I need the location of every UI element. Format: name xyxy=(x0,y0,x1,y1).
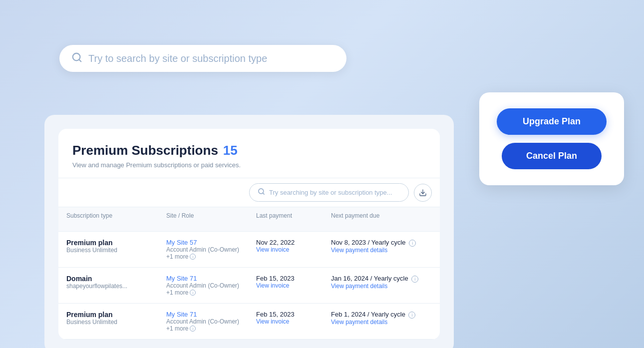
right-panel: Upgrade Plan Cancel Plan xyxy=(479,92,624,185)
payment-date: Feb 15, 2023 xyxy=(256,311,331,318)
site-name[interactable]: My Site 71 xyxy=(166,311,256,318)
site-role-cell: My Site 71 Account Admin (Co-Owner) +1 m… xyxy=(166,275,256,296)
site-role-cell: My Site 71 Account Admin (Co-Owner) +1 m… xyxy=(166,311,256,332)
subscriptions-panel: Premium Subscriptions 15 View and manage… xyxy=(58,129,440,340)
payment-date: Nov 22, 2022 xyxy=(256,239,331,246)
main-panel: Premium Subscriptions 15 View and manage… xyxy=(44,115,454,348)
last-payment-cell: Feb 15, 2023 View invoice xyxy=(256,311,331,325)
panel-subtitle: View and manage Premium subscriptions or… xyxy=(72,161,426,169)
sub-type-cell: Premium plan Business Unlimited xyxy=(66,239,166,254)
view-invoice-link[interactable]: View invoice xyxy=(256,246,331,253)
site-role: Account Admin (Co-Owner) xyxy=(166,318,256,325)
col-site-role: Site / Role xyxy=(166,212,256,226)
panel-header: Premium Subscriptions 15 View and manage… xyxy=(58,129,440,178)
next-payment-info-icon: i xyxy=(408,312,415,319)
table-row: Domain shapeyourflowpilates... My Site 7… xyxy=(58,268,440,304)
site-name[interactable]: My Site 57 xyxy=(166,239,256,246)
payment-date: Feb 15, 2023 xyxy=(256,275,331,282)
table-row: Premium plan Business Unlimited My Site … xyxy=(58,304,440,340)
next-payment-info-icon: i xyxy=(409,240,416,247)
svg-line-3 xyxy=(263,193,264,194)
next-payment-info-icon: i xyxy=(411,276,418,283)
inner-search-container xyxy=(58,178,440,207)
upgrade-plan-button[interactable]: Upgrade Plan xyxy=(497,108,607,135)
site-more: +1 more i xyxy=(166,325,256,332)
col-last-payment: Last payment xyxy=(256,212,331,226)
view-payment-link[interactable]: View payment details xyxy=(331,319,440,326)
sub-type-plan: Business Unlimited xyxy=(66,247,166,254)
last-payment-cell: Nov 22, 2022 View invoice xyxy=(256,239,331,253)
site-role: Account Admin (Co-Owner) xyxy=(166,246,256,253)
next-payment-text: Nov 8, 2023 / Yearly cycle i xyxy=(331,239,440,247)
sub-type-name: Domain xyxy=(66,275,166,283)
sub-type-cell: Premium plan Business Unlimited xyxy=(66,311,166,326)
panel-title-text: Premium Subscriptions xyxy=(72,143,218,158)
main-search-bar[interactable] xyxy=(59,45,346,72)
search-input[interactable] xyxy=(88,53,334,64)
next-payment-text: Feb 1, 2024 / Yearly cycle i xyxy=(331,311,440,319)
site-name[interactable]: My Site 71 xyxy=(166,275,256,282)
svg-line-1 xyxy=(79,59,81,61)
col-next-payment: Next payment due xyxy=(331,212,440,226)
last-payment-cell: Feb 15, 2023 View invoice xyxy=(256,275,331,289)
info-icon: i xyxy=(190,290,196,296)
info-icon: i xyxy=(190,326,196,332)
main-search-container xyxy=(59,45,346,72)
inner-search-bar[interactable] xyxy=(249,183,409,202)
view-invoice-link[interactable]: View invoice xyxy=(256,282,331,289)
next-payment-cell: Feb 1, 2024 / Yearly cycle i View paymen… xyxy=(331,311,440,326)
table-header: Subscription type Site / Role Last payme… xyxy=(58,207,440,232)
site-role-cell: My Site 57 Account Admin (Co-Owner) +1 m… xyxy=(166,239,256,260)
panel-title: Premium Subscriptions 15 xyxy=(72,143,426,158)
view-payment-link[interactable]: View payment details xyxy=(331,283,440,290)
site-more: +1 more i xyxy=(166,253,256,260)
site-more: +1 more i xyxy=(166,289,256,296)
next-payment-cell: Nov 8, 2023 / Yearly cycle i View paymen… xyxy=(331,239,440,254)
sub-type-name: Premium plan xyxy=(66,239,166,247)
inner-search-input[interactable] xyxy=(269,189,400,196)
table-body: Premium plan Business Unlimited My Site … xyxy=(58,232,440,340)
col-subscription-type: Subscription type xyxy=(66,212,166,226)
search-icon xyxy=(71,52,82,65)
next-payment-cell: Jan 16, 2024 / Yearly cycle i View payme… xyxy=(331,275,440,290)
next-payment-text: Jan 16, 2024 / Yearly cycle i xyxy=(331,275,440,283)
sub-type-plan: Business Unlimited xyxy=(66,319,166,326)
sub-type-name: Premium plan xyxy=(66,311,166,319)
download-button[interactable] xyxy=(414,184,432,202)
sub-type-plan: shapeyourflowpilates... xyxy=(66,283,166,290)
sub-type-cell: Domain shapeyourflowpilates... xyxy=(66,275,166,290)
panel-title-count: 15 xyxy=(223,143,238,158)
view-invoice-link[interactable]: View invoice xyxy=(256,318,331,325)
cancel-plan-button[interactable]: Cancel Plan xyxy=(502,143,602,169)
table-row: Premium plan Business Unlimited My Site … xyxy=(58,232,440,268)
info-icon: i xyxy=(190,254,196,260)
site-role: Account Admin (Co-Owner) xyxy=(166,282,256,289)
inner-search-icon xyxy=(258,188,265,197)
view-payment-link[interactable]: View payment details xyxy=(331,247,440,254)
